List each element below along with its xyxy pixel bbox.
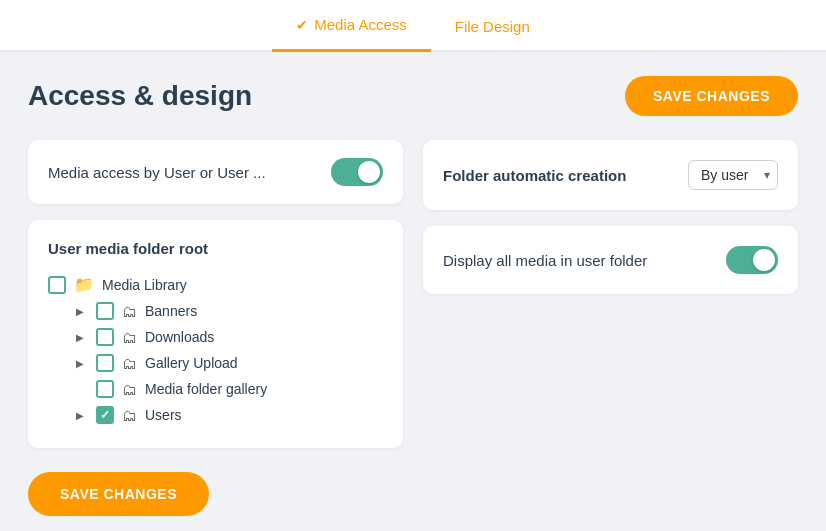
folder-icon-media-folder-gallery: 🗂 <box>122 381 137 398</box>
display-all-media-card: Display all media in user folder <box>423 226 798 294</box>
folder-icon-banners: 🗂 <box>122 303 137 320</box>
folder-root-title: User media folder root <box>48 240 383 257</box>
folder-creation-dropdown[interactable]: By user By date None <box>688 160 778 190</box>
display-all-media-label: Display all media in user folder <box>443 252 647 269</box>
tabs-bar: ✔ Media Access File Design <box>0 0 826 52</box>
tree-children: ▶ 🗂 Banners ▶ 🗂 Downloads ▶ <box>48 298 383 428</box>
left-column: Media access by User or User ... User me… <box>28 140 403 448</box>
checkbox-gallery-upload[interactable] <box>96 354 114 372</box>
tab-file-design[interactable]: File Design <box>431 0 554 52</box>
folder-creation-row: Folder automatic creation By user By dat… <box>443 160 778 190</box>
media-access-toggle-slider[interactable] <box>331 158 383 186</box>
media-access-label: Media access by User or User ... <box>48 164 266 181</box>
media-access-toggle[interactable] <box>331 158 383 186</box>
tree-root-item: 📁 Media Library <box>48 271 383 298</box>
folder-icon-users: 🗂 <box>122 407 137 424</box>
tab-file-design-label: File Design <box>455 18 530 35</box>
file-tree: 📁 Media Library ▶ 🗂 Banners ▶ <box>48 271 383 428</box>
label-media-folder-gallery: Media folder gallery <box>145 381 267 397</box>
checkbox-downloads[interactable] <box>96 328 114 346</box>
arrow-banners[interactable]: ▶ <box>76 306 88 317</box>
display-all-media-toggle[interactable] <box>726 246 778 274</box>
tree-root-label: Media Library <box>102 277 187 293</box>
tree-item-media-folder-gallery: ▶ 🗂 Media folder gallery <box>76 376 383 402</box>
arrow-gallery-upload[interactable]: ▶ <box>76 358 88 369</box>
main-content: Access & design SAVE CHANGES Media acces… <box>0 52 826 531</box>
media-access-card: Media access by User or User ... <box>28 140 403 204</box>
arrow-downloads[interactable]: ▶ <box>76 332 88 343</box>
label-downloads: Downloads <box>145 329 214 345</box>
bottom-row: SAVE CHANGES <box>28 472 798 516</box>
checkbox-media-folder-gallery[interactable] <box>96 380 114 398</box>
arrow-users[interactable]: ▶ <box>76 410 88 421</box>
label-users: Users <box>145 407 182 423</box>
save-changes-button-bottom[interactable]: SAVE CHANGES <box>28 472 209 516</box>
tab-media-access[interactable]: ✔ Media Access <box>272 0 431 52</box>
checkbox-banners[interactable] <box>96 302 114 320</box>
folder-creation-label: Folder automatic creation <box>443 167 626 184</box>
two-column-layout: Media access by User or User ... User me… <box>28 140 798 448</box>
label-banners: Banners <box>145 303 197 319</box>
checkmark-icon: ✔ <box>296 17 308 33</box>
label-gallery-upload: Gallery Upload <box>145 355 238 371</box>
tree-item-users: ▶ 🗂 Users <box>76 402 383 428</box>
tree-root-checkbox[interactable] <box>48 276 66 294</box>
right-column: Folder automatic creation By user By dat… <box>423 140 798 448</box>
tree-item-gallery-upload: ▶ 🗂 Gallery Upload <box>76 350 383 376</box>
display-all-media-slider[interactable] <box>726 246 778 274</box>
display-all-media-row: Display all media in user folder <box>443 246 778 274</box>
tree-item-downloads: ▶ 🗂 Downloads <box>76 324 383 350</box>
folder-icon-gallery-upload: 🗂 <box>122 355 137 372</box>
folder-root-card: User media folder root 📁 Media Library ▶ <box>28 220 403 448</box>
folder-creation-dropdown-wrapper: By user By date None <box>688 160 778 190</box>
tree-item-banners: ▶ 🗂 Banners <box>76 298 383 324</box>
media-access-row: Media access by User or User ... <box>48 158 383 186</box>
folder-icon-root: 📁 <box>74 275 94 294</box>
checkbox-users[interactable] <box>96 406 114 424</box>
header-row: Access & design SAVE CHANGES <box>28 76 798 116</box>
folder-creation-card: Folder automatic creation By user By dat… <box>423 140 798 210</box>
tab-media-access-label: Media Access <box>314 16 407 33</box>
folder-icon-downloads: 🗂 <box>122 329 137 346</box>
page-title: Access & design <box>28 80 252 112</box>
save-changes-button-top[interactable]: SAVE CHANGES <box>625 76 798 116</box>
